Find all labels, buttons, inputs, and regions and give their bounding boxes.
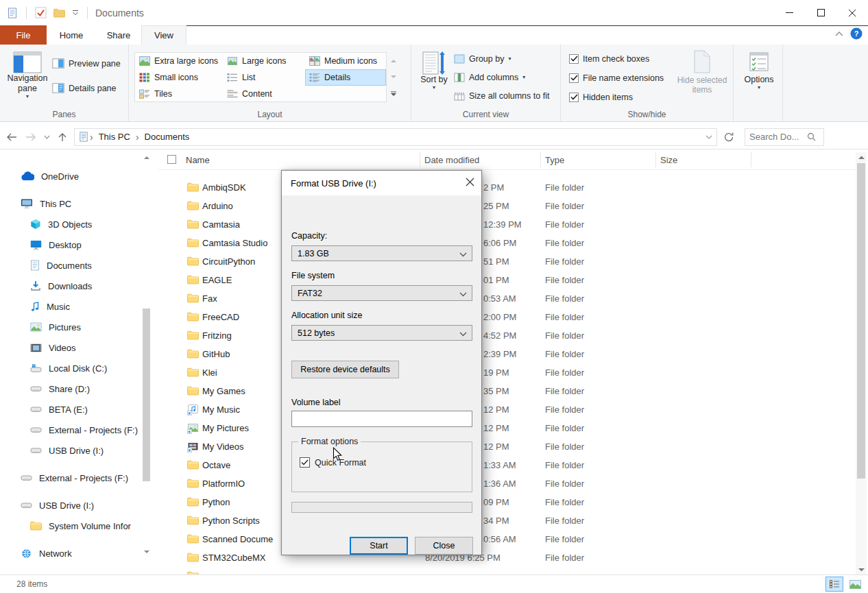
table-row[interactable]: EAGLE01 PMFile folder: [158, 271, 856, 290]
checkbox-icon[interactable]: [569, 54, 579, 64]
layout-option-medium-icons[interactable]: Medium icons: [305, 53, 386, 69]
thumbnail-view-toggle[interactable]: [846, 577, 864, 592]
dialog-close-icon[interactable]: [458, 171, 481, 193]
column-header-size[interactable]: Size: [660, 149, 677, 170]
checkbox-hidden-items[interactable]: Hidden items: [569, 89, 664, 105]
maximize-button[interactable]: [805, 0, 836, 25]
sidebar-item-external-projects-f[interactable]: External - Projects (F:): [0, 468, 142, 488]
qat-customize-chevron-icon[interactable]: [72, 10, 79, 16]
capacity-select[interactable]: 1.83 GB: [291, 245, 472, 261]
sidebar-item-system-volume-infor[interactable]: System Volume Infor: [0, 516, 142, 536]
refresh-icon[interactable]: [720, 128, 738, 146]
address-box[interactable]: › This PC › Documents: [74, 128, 717, 146]
forward-button[interactable]: [22, 128, 40, 146]
sidebar-item-music[interactable]: Music: [0, 296, 142, 317]
address-dropdown-chevron-icon[interactable]: [706, 135, 712, 139]
layout-option-extra-large-icons[interactable]: Extra large icons: [135, 53, 223, 69]
back-button[interactable]: [3, 128, 21, 146]
table-row[interactable]: Python09 PMFile folder: [158, 494, 856, 512]
help-icon[interactable]: ?: [850, 27, 863, 40]
recent-locations-chevron-icon[interactable]: [41, 128, 52, 146]
sidebar-item-network[interactable]: Network: [0, 543, 142, 564]
column-header-type[interactable]: Type: [545, 149, 564, 170]
column-header-name[interactable]: Name: [186, 149, 210, 170]
sidebar-item-share-d[interactable]: Share (D:): [0, 378, 142, 399]
sidebar-item-3d-objects[interactable]: 3D Objects: [0, 214, 142, 234]
table-row[interactable]: Octave1:33 AMFile folder: [158, 457, 856, 475]
preview-pane-button[interactable]: Preview pane: [52, 56, 121, 71]
tab-share[interactable]: Share: [96, 25, 141, 45]
table-row[interactable]: AmbiqSDK2 PMFile folder: [158, 179, 856, 197]
table-row[interactable]: My Videos12 PMFile folder: [158, 438, 856, 457]
column-header-date-modified[interactable]: Date modified: [424, 149, 479, 170]
sidebar-scrollbar[interactable]: [142, 152, 151, 572]
options-button[interactable]: Options ▾: [743, 51, 775, 90]
layout-option-list[interactable]: List: [223, 69, 305, 86]
checkbox-item-check-boxes[interactable]: Item check boxes: [569, 51, 664, 66]
layout-option-tiles[interactable]: Tiles: [135, 86, 223, 102]
start-button[interactable]: Start: [350, 537, 408, 555]
sidebar-item-desktop[interactable]: Desktop: [0, 234, 142, 255]
dialog-title-bar[interactable]: Format USB Drive (I:): [282, 171, 481, 195]
gallery-scroll-up-icon[interactable]: [388, 52, 398, 69]
table-row[interactable]: Arduino25 PMFile folder: [158, 197, 856, 216]
sidebar-item-beta-e[interactable]: BETA (E:): [0, 399, 142, 420]
search-input[interactable]: [749, 132, 807, 142]
table-row[interactable]: STM32CubeMX8/20/2019 6:25 PMFile folder: [158, 549, 856, 568]
gallery-scroll-down-icon[interactable]: [388, 69, 398, 85]
table-row[interactable]: Fax0:53 AMFile folder: [158, 290, 856, 308]
checkbox-file-name-extensions[interactable]: File name extensions: [569, 70, 664, 86]
scroll-down-icon[interactable]: [856, 565, 867, 574]
tab-home[interactable]: Home: [47, 25, 96, 45]
sidebar-item-videos[interactable]: Videos: [0, 337, 142, 358]
sort-by-button[interactable]: Sort by ▾: [418, 51, 450, 90]
search-box[interactable]: [745, 128, 824, 146]
group-by-button[interactable]: Group by ▾: [454, 51, 549, 66]
scroll-up-icon[interactable]: [142, 152, 151, 162]
table-row[interactable]: My Music12 PMFile folder: [158, 401, 856, 420]
layout-option-content[interactable]: Content: [223, 86, 305, 102]
sidebar-item-onedrive[interactable]: OneDrive: [0, 166, 142, 186]
navigation-pane-button[interactable]: Navigation pane ▾: [5, 51, 49, 99]
checkbox-icon[interactable]: [569, 73, 579, 83]
sidebar-item-this-pc[interactable]: This PC: [0, 193, 142, 214]
sidebar-item-local-disk-c[interactable]: Local Disk (C:): [0, 358, 142, 378]
breadcrumb-documents[interactable]: Documents: [141, 132, 194, 142]
scroll-down-icon[interactable]: [142, 547, 151, 557]
table-row[interactable]: Scanned Docume0:56 AMFile folder: [158, 531, 856, 549]
details-pane-button[interactable]: Details pane: [52, 80, 117, 96]
scroll-up-icon[interactable]: [856, 152, 867, 162]
hide-selected-items-button[interactable]: Hide selected items: [675, 50, 730, 95]
allocation-unit-select[interactable]: 512 bytes: [291, 325, 472, 341]
details-view-toggle[interactable]: [825, 577, 843, 592]
volume-label-input[interactable]: [291, 411, 472, 427]
file-system-select[interactable]: FAT32: [291, 285, 472, 301]
qat-properties-icon[interactable]: [35, 7, 47, 19]
table-row[interactable]: My Games35 PMFile folder: [158, 383, 856, 401]
add-columns-button[interactable]: Add columns ▾: [454, 69, 549, 85]
file-list-scrollbar[interactable]: [856, 152, 867, 574]
checkbox-icon[interactable]: [569, 93, 579, 102]
table-row[interactable]: PlatformIO1:36 AMFile folder: [158, 475, 856, 494]
sidebar-item-external-projects-f[interactable]: External - Projects (F:): [0, 420, 142, 440]
table-row[interactable]: CircuitPython51 PMFile folder: [158, 253, 856, 271]
breadcrumb-this-pc[interactable]: This PC: [95, 132, 134, 142]
table-row[interactable]: Camtasia12:39 PMFile folder: [158, 216, 856, 234]
minimize-button[interactable]: [773, 0, 805, 25]
layout-option-details[interactable]: Details: [305, 69, 386, 86]
layout-option-small-icons[interactable]: Small icons: [135, 69, 223, 86]
qat-new-folder-icon[interactable]: [53, 8, 65, 18]
tab-view[interactable]: View: [141, 25, 186, 45]
size-all-columns-button[interactable]: Size all columns to fit: [454, 88, 549, 104]
table-row[interactable]: Camtasia Studio6:06 PMFile folder: [158, 234, 856, 253]
search-icon[interactable]: [807, 132, 816, 141]
table-row[interactable]: Fritzing4:52 PMFile folder: [158, 327, 856, 346]
quick-format-checkbox[interactable]: [300, 457, 310, 468]
tab-file[interactable]: File: [0, 25, 47, 45]
sidebar-item-usb-drive-i[interactable]: USB Drive (I:): [0, 495, 142, 516]
table-row[interactable]: Python Scripts34 PMFile folder: [158, 512, 856, 531]
close-dialog-button[interactable]: Close: [415, 537, 473, 555]
gallery-more-icon[interactable]: [388, 86, 398, 102]
scrollbar-thumb[interactable]: [143, 308, 150, 481]
scrollbar-thumb[interactable]: [857, 163, 865, 479]
